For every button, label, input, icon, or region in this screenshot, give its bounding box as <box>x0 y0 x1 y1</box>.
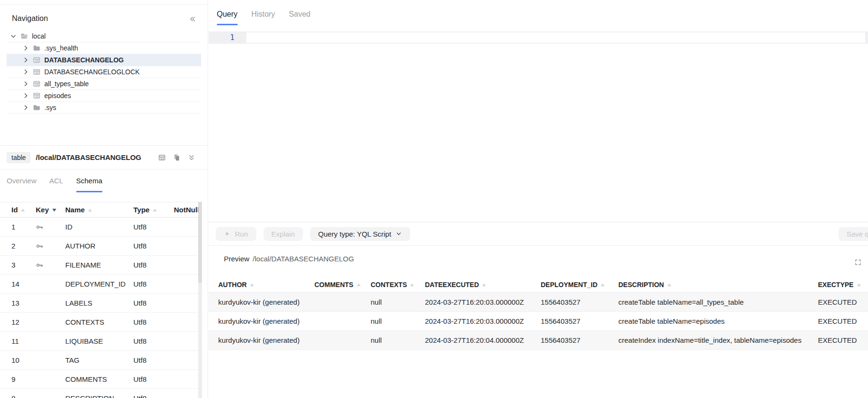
preview-table: AUTHOR COMMENTS CONTEXTS DATEEXECUTED DE… <box>209 277 868 350</box>
sort-asc-icon <box>250 283 254 287</box>
entity-path: /local/DATABASECHANGELOG <box>36 153 141 161</box>
editor-line-content[interactable] <box>246 32 865 43</box>
table-row: 9 COMMENTS Utf8 <box>0 370 199 389</box>
table-row: 14 DEPLOYMENT_ID Utf8 <box>0 275 199 294</box>
sort-asc-icon <box>667 283 672 287</box>
column-header-id[interactable]: Id <box>11 206 36 214</box>
table-row: kurdyukov-kir (generated) null 2024-03-2… <box>209 312 868 331</box>
table-row: 12 CONTEXTS Utf8 <box>0 313 199 332</box>
column-header-key[interactable]: Key <box>36 206 65 214</box>
editor-actions-bar: Run Explain Query type: YQL Script Save … <box>209 222 868 245</box>
table-row: 3 FILENAME Utf8 <box>0 256 199 275</box>
double-chevron-down-icon <box>188 154 195 161</box>
preview-table-header: AUTHOR COMMENTS CONTEXTS DATEEXECUTED DE… <box>209 277 868 293</box>
save-query-button[interactable]: Save query <box>838 227 868 241</box>
fullscreen-icon <box>854 259 862 266</box>
folder-icon <box>33 44 40 52</box>
tree-item-databasechangelog[interactable]: DATABASECHANGELOG <box>7 54 201 66</box>
scrollbar-thumb[interactable] <box>198 202 202 283</box>
copy-path-button[interactable] <box>173 154 181 161</box>
collapse-panel-button[interactable] <box>187 13 198 25</box>
chevron-right-icon[interactable] <box>22 45 29 51</box>
column-header-dateexecuted[interactable]: DATEEXECUTED <box>425 281 541 289</box>
column-header-comments[interactable]: COMMENTS <box>314 281 371 289</box>
chevron-right-icon[interactable] <box>22 80 29 87</box>
sort-asc-icon <box>152 208 157 212</box>
tab-acl[interactable]: ACL <box>50 177 63 192</box>
table-row: 8 DESCRIPTION Utf8 <box>0 389 199 398</box>
editor-line-number: 1 <box>225 31 234 44</box>
tree-item-all-types-table[interactable]: all_types_table <box>7 78 201 90</box>
schema-scrollbar[interactable] <box>198 202 202 398</box>
column-header-author[interactable]: AUTHOR <box>218 281 314 289</box>
tree-item-sys-health[interactable]: .sys_health <box>7 42 201 54</box>
object-summary-panel: table /local/DATABASECHANGELOG Overview … <box>0 145 208 398</box>
query-type-selector[interactable]: Query type: YQL Script <box>310 227 410 241</box>
navigation-tree: local .sys_health DATABASECHANGELOG DATA… <box>0 30 208 114</box>
preview-path: /local/DATABASECHANGELOG <box>252 255 354 263</box>
chevron-right-icon[interactable] <box>22 57 29 63</box>
navigation-panel: Navigation local .sys_health DATABASECHA… <box>0 5 208 145</box>
table-row: 11 LIQUIBASE Utf8 <box>0 332 199 351</box>
preview-title: Preview <box>224 255 249 263</box>
sort-asc-icon <box>356 283 361 287</box>
sort-desc-icon <box>52 208 57 212</box>
open-preview-button[interactable] <box>158 154 166 161</box>
column-header-deployment-id[interactable]: DEPLOYMENT_ID <box>541 281 618 289</box>
column-header-type[interactable]: Type <box>133 206 174 214</box>
explain-button[interactable]: Explain <box>263 227 303 241</box>
table-icon <box>33 92 40 100</box>
table-icon <box>33 80 40 88</box>
table-row: kurdyukov-kir (generated) null 2024-03-2… <box>209 331 868 350</box>
preview-header: Preview /local/DATABASECHANGELOG <box>209 246 868 269</box>
chevron-down-icon <box>395 230 402 237</box>
chevron-right-icon[interactable] <box>22 92 29 99</box>
column-header-name[interactable]: Name <box>65 206 133 214</box>
column-header-notnull[interactable]: NotNull <box>174 206 199 214</box>
tree-item-label: episodes <box>44 92 71 100</box>
column-header-exectype[interactable]: EXECTYPE <box>818 281 868 289</box>
tree-item-label: DATABASECHANGELOG <box>44 56 124 64</box>
sort-asc-icon <box>482 283 486 287</box>
tab-saved[interactable]: Saved <box>289 10 310 25</box>
column-header-contexts[interactable]: CONTEXTS <box>371 281 425 289</box>
schema-table: Id Key Name Type NotNull 1 ID Utf8 2 AUT… <box>0 202 199 398</box>
table-icon <box>33 56 40 64</box>
table-icon <box>33 68 40 76</box>
entity-type-badge: table <box>7 152 30 163</box>
tab-overview[interactable]: Overview <box>7 177 37 192</box>
folder-open-icon <box>20 32 28 40</box>
query-pane: Query History Saved 1 Run Explain Query … <box>209 0 868 398</box>
chevron-right-icon[interactable] <box>22 69 29 75</box>
column-header-description[interactable]: DESCRIPTION <box>618 281 818 289</box>
left-panel: Navigation local .sys_health DATABASECHA… <box>0 0 208 398</box>
tree-item-label: local <box>32 32 46 40</box>
tab-history[interactable]: History <box>252 10 275 25</box>
fullscreen-button[interactable] <box>854 259 862 266</box>
query-tabs: Query History Saved <box>209 0 868 25</box>
tab-schema[interactable]: Schema <box>76 177 102 192</box>
query-editor[interactable]: 1 <box>209 31 868 222</box>
folder-icon <box>33 104 40 111</box>
tree-item-databasechangeloglock[interactable]: DATABASECHANGELOGLOCK <box>7 66 201 78</box>
schema-table-header: Id Key Name Type NotNull <box>0 202 199 218</box>
table-row: 1 ID Utf8 <box>0 218 199 237</box>
tree-item-local[interactable]: local <box>7 30 201 42</box>
key-icon <box>36 223 43 231</box>
tree-item-sys[interactable]: .sys <box>7 102 201 114</box>
copy-icon <box>173 154 181 161</box>
sort-asc-icon <box>20 208 25 212</box>
tab-query[interactable]: Query <box>217 10 238 25</box>
tree-item-episodes[interactable]: episodes <box>7 90 201 102</box>
run-button[interactable]: Run <box>216 227 256 241</box>
tree-item-label: .sys_health <box>44 44 78 52</box>
key-icon <box>36 242 43 250</box>
collapse-summary-button[interactable] <box>188 154 195 161</box>
editor-current-line[interactable]: 1 <box>209 31 868 44</box>
play-icon <box>224 230 231 237</box>
sort-asc-icon <box>857 283 861 287</box>
chevron-right-icon[interactable] <box>22 104 29 111</box>
table-row: 2 AUTHOR Utf8 <box>0 237 199 256</box>
sort-asc-icon <box>600 283 605 287</box>
chevron-down-icon[interactable] <box>10 33 17 40</box>
